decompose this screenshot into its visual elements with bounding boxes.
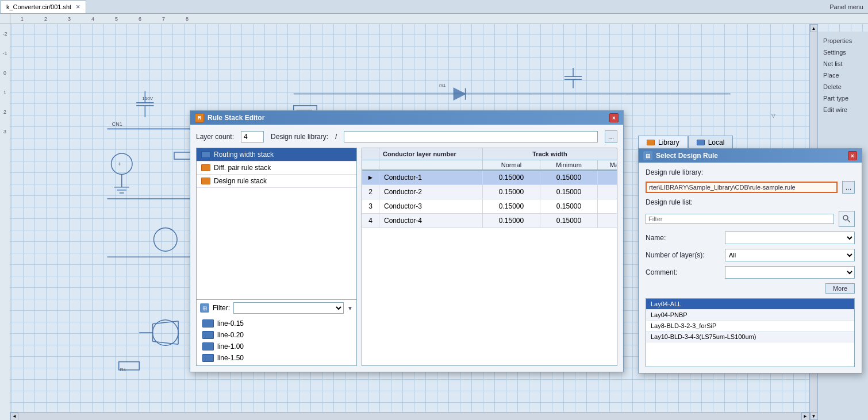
- rule-stack-editor-title: Rule Stack Editor: [208, 114, 264, 122]
- scrollbar-left-btn[interactable]: ◄: [10, 413, 18, 421]
- select-design-rule-dialog: ⊞ Select Design Rule × Design rule libra…: [638, 148, 862, 373]
- conductor-row-2[interactable]: 2 Conductor-2 0.15000 0.15000: [362, 185, 617, 199]
- filter-label: Filter:: [213, 304, 230, 312]
- line-item-3-icon: [202, 354, 214, 362]
- scrollbar-up-btn[interactable]: ▲: [810, 24, 818, 32]
- conductor-3-normal: 0.15000: [483, 199, 540, 213]
- library-tab[interactable]: Library: [638, 136, 688, 149]
- svg-text:R4: R4: [120, 367, 126, 372]
- conductor-3-num: 3: [362, 199, 379, 213]
- local-tab[interactable]: Local: [688, 136, 733, 149]
- conductor-4-name: Conductor-4: [379, 214, 483, 228]
- conductor-3-name: Conductor-3: [379, 199, 483, 213]
- sdr-lib-input[interactable]: [646, 182, 838, 193]
- conductor-1-name: Conductor-1: [379, 171, 483, 184]
- sdr-search-btn[interactable]: [839, 211, 855, 227]
- layer-count-input[interactable]: [241, 131, 264, 142]
- sdr-lib-browse-btn[interactable]: …: [842, 181, 855, 194]
- sdr-rule-list[interactable]: Lay04-ALL Lay04-PNBP Lay8-BLD-3-2-3_forS…: [646, 298, 855, 367]
- filter-row: ⊞ Filter: ▼: [197, 299, 356, 316]
- panel-menu-btn[interactable]: Panel menu: [829, 3, 868, 11]
- stack-list-panel: Routing width stack Diff. pair rule stac…: [196, 148, 357, 366]
- conductor-row-3[interactable]: 3 Conductor-3 0.15000 0.15000: [362, 199, 617, 214]
- sdr-list-item-3[interactable]: Lay10-BLD-3-4-3(LS75um-LS100um): [646, 332, 854, 342]
- sdr-numlayers-select[interactable]: All 4 8 10: [725, 249, 855, 261]
- design-rule-lib-input[interactable]: [344, 131, 598, 142]
- right-panel-netlist[interactable]: Net list: [820, 58, 866, 70]
- horizontal-ruler: 1 2 3 4 5 6 7 8: [0, 14, 868, 24]
- select-design-rule-title: Select Design Rule: [656, 152, 718, 160]
- sdr-name-label: Name:: [646, 234, 720, 242]
- svg-point-15: [154, 228, 178, 252]
- conductor-2-maximum: [598, 185, 617, 199]
- sdr-list-item-2[interactable]: Lay8-BLD-3-2-3_forSiP: [646, 321, 854, 332]
- dialog-top-row: Layer count: Design rule library: / …: [196, 130, 617, 143]
- scrollbar-right-btn[interactable]: ►: [801, 413, 809, 421]
- rule-stack-editor-close-btn[interactable]: ×: [609, 113, 619, 122]
- select-design-rule-titlebar: ⊞ Select Design Rule ×: [639, 149, 862, 163]
- line-item-0[interactable]: line-0.15: [200, 318, 353, 329]
- stack-list-items: Routing width stack Diff. pair rule stac…: [197, 148, 356, 299]
- conductor-row-1[interactable]: ► Conductor-1 0.15000 0.15000: [362, 171, 617, 185]
- layer-count-label: Layer count:: [196, 133, 234, 141]
- conductor-4-normal: 0.15000: [483, 214, 540, 228]
- line-item-2-icon: [202, 342, 214, 350]
- line-item-3[interactable]: line-1.50: [200, 353, 353, 363]
- file-tab-close[interactable]: ×: [76, 3, 80, 11]
- stack-item-diff-pair[interactable]: Diff. pair rule stack: [197, 161, 356, 175]
- design-rule-icon: [201, 178, 210, 184]
- svg-point-50: [843, 215, 848, 220]
- conductor-2-minimum: 0.15000: [540, 185, 598, 199]
- right-panel-place[interactable]: Place: [820, 70, 866, 81]
- sdr-numlayers-row: Number of layer(s): All 4 8 10: [646, 249, 855, 261]
- sdr-list-item-0[interactable]: Lay04-ALL: [646, 299, 854, 310]
- sdr-name-row: Name:: [646, 232, 855, 244]
- conductor-table-body: ► Conductor-1 0.15000 0.15000 2 Conducto…: [362, 171, 617, 365]
- col-layer-header: Conductor layer number: [379, 148, 483, 160]
- local-tab-icon: [697, 140, 705, 145]
- select-design-rule-body: Design rule library: … Design rule list:…: [639, 163, 862, 373]
- right-panel-parttype[interactable]: Part type: [820, 93, 866, 104]
- conductor-1-num: ►: [362, 171, 379, 184]
- select-design-rule-close-btn[interactable]: ×: [848, 151, 857, 160]
- line-item-1[interactable]: line-0.20: [200, 330, 353, 340]
- main-scrollbar-h[interactable]: ◄ ►: [10, 412, 809, 420]
- col-num-header: [362, 148, 379, 160]
- select-design-rule-icon: ⊞: [643, 151, 652, 160]
- right-panel-settings[interactable]: Settings: [820, 47, 866, 58]
- line-item-2[interactable]: line-1.00: [200, 341, 353, 352]
- diff-pair-icon: [201, 164, 210, 171]
- stack-item-design-rule[interactable]: Design rule stack: [197, 175, 356, 188]
- svg-line-51: [848, 220, 851, 223]
- conductor-table-subheader: Normal Minimum Maximu: [362, 160, 617, 171]
- conductor-4-minimum: 0.15000: [540, 214, 598, 228]
- svg-text:+: +: [118, 161, 121, 167]
- sdr-numlayers-label: Number of layer(s):: [646, 251, 720, 259]
- right-panel-editwire[interactable]: Edit wire: [820, 104, 866, 115]
- right-panel-properties[interactable]: Properties: [820, 35, 866, 47]
- file-tab[interactable]: k_Converter.cir/001.sht ×: [0, 1, 86, 13]
- svg-point-19: [112, 153, 132, 174]
- sdr-name-select[interactable]: [725, 232, 855, 244]
- scrollbar-down-btn[interactable]: ▼: [810, 412, 818, 420]
- rule-stack-editor-titlebar: R Rule Stack Editor ×: [190, 111, 623, 125]
- sdr-more-btn[interactable]: More: [825, 283, 855, 294]
- line-item-1-label: line-0.20: [217, 331, 244, 339]
- sdr-comment-select[interactable]: [725, 266, 855, 279]
- conductor-row-4[interactable]: 4 Conductor-4 0.15000 0.15000: [362, 214, 617, 228]
- sdr-filter-input[interactable]: [646, 214, 834, 224]
- conductor-1-minimum: 0.15000: [540, 171, 598, 184]
- track-width-header: Track width: [483, 148, 617, 160]
- library-tab-icon: [647, 140, 655, 145]
- stack-item-routing-width[interactable]: Routing width stack: [197, 148, 356, 161]
- filter-icon: ⊞: [200, 303, 209, 313]
- sdr-list-item-1[interactable]: Lay04-PNBP: [646, 310, 854, 321]
- line-item-0-label: line-0.15: [217, 319, 244, 327]
- design-rule-lib-browse-btn[interactable]: …: [605, 130, 617, 143]
- design-rule-label: Design rule stack: [214, 177, 267, 185]
- col-minimum-header: Minimum: [540, 160, 598, 169]
- conductor-table-panel: Conductor layer number Track width Norma…: [362, 148, 617, 366]
- right-panel-delete[interactable]: Delete: [820, 81, 866, 93]
- filter-select[interactable]: [233, 302, 344, 314]
- col-maximum-header: Maximu: [598, 160, 617, 169]
